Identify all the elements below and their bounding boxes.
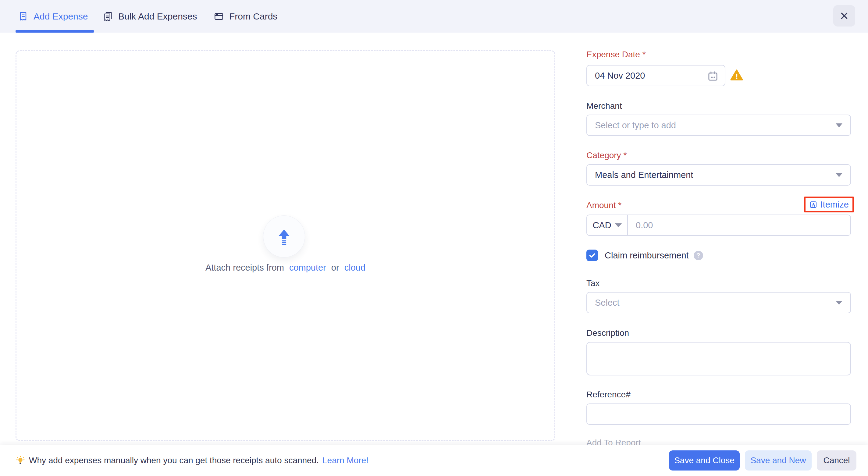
save-and-close-button[interactable]: Save and Close [669, 450, 740, 471]
attach-or: or [331, 263, 339, 273]
required-asterisk: * [643, 50, 646, 59]
amount-field-group: CAD [586, 215, 851, 236]
upload-button[interactable] [263, 216, 305, 257]
tax-select[interactable]: Select [586, 292, 851, 313]
chevron-down-icon [836, 173, 842, 177]
currency-select[interactable]: CAD [587, 215, 628, 235]
tip-text: Why add expenses manually when you can g… [29, 455, 319, 465]
category-value: Meals and Entertainment [595, 170, 693, 180]
cancel-button[interactable]: Cancel [817, 450, 857, 471]
receipt-icon [18, 11, 29, 22]
expense-date-label: Expense Date * [586, 50, 646, 59]
required-asterisk: * [623, 151, 627, 160]
merchant-placeholder: Select or type to add [595, 120, 676, 130]
reference-field [586, 404, 851, 425]
reference-input[interactable] [587, 404, 850, 424]
auto-scan-tip: Why add expenses manually when you can g… [16, 445, 369, 476]
credit-card-icon [213, 11, 224, 22]
tax-placeholder: Select [595, 298, 620, 308]
description-label: Description [586, 328, 629, 338]
claim-reimbursement-row: Claim reimbursement ? [586, 249, 703, 261]
calendar-icon[interactable] [707, 70, 719, 83]
description-textarea[interactable] [587, 343, 850, 375]
tab-label: Add Expense [33, 11, 88, 22]
learn-more-link[interactable]: Learn More! [322, 455, 369, 465]
required-asterisk: * [618, 200, 621, 210]
description-field [586, 342, 851, 375]
itemize-link-highlight: Itemize [804, 196, 854, 213]
tab-label: Bulk Add Expenses [118, 11, 197, 22]
help-icon[interactable]: ? [694, 251, 703, 260]
category-select[interactable]: Meals and Entertainment [586, 164, 851, 186]
attach-text: Attach receipts from [206, 263, 284, 273]
merchant-select[interactable]: Select or type to add [586, 115, 851, 136]
expense-date-input[interactable] [587, 65, 725, 86]
cloud-link[interactable]: cloud [344, 263, 365, 273]
chevron-down-icon [615, 223, 622, 227]
computer-link[interactable]: computer [289, 263, 326, 273]
merchant-label: Merchant [586, 101, 622, 111]
save-and-new-button[interactable]: Save and New [745, 450, 812, 471]
tab-bulk-add-expenses[interactable]: Bulk Add Expenses [102, 0, 197, 33]
itemize-link[interactable]: Itemize [820, 200, 849, 210]
claim-reimbursement-checkbox[interactable] [586, 250, 598, 261]
tab-label: From Cards [229, 11, 277, 22]
chevron-down-icon [836, 301, 842, 305]
expense-date-field[interactable] [586, 65, 725, 86]
chevron-down-icon [836, 123, 842, 127]
receipt-dropzone[interactable]: Attach receipts from computer or cloud [16, 50, 555, 441]
upload-arrow-icon [275, 228, 293, 245]
attach-instruction: Attach receipts from computer or cloud [17, 263, 554, 273]
footer-bar: Why add expenses manually when you can g… [0, 445, 868, 476]
category-label: Category * [586, 151, 627, 160]
reference-label: Reference# [586, 390, 630, 400]
amount-label: Amount * [586, 200, 621, 210]
add-expense-modal: Add Expense Bulk Add Expenses From Cards [0, 0, 868, 476]
check-icon [588, 251, 596, 259]
tab-from-cards[interactable]: From Cards [213, 0, 277, 33]
currency-value: CAD [592, 220, 611, 230]
itemize-icon[interactable] [809, 200, 817, 209]
lightbulb-icon [16, 455, 25, 465]
receipts-stack-icon [102, 11, 113, 22]
amount-input[interactable] [628, 215, 850, 235]
claim-reimbursement-label: Claim reimbursement [605, 251, 689, 260]
tax-label: Tax [586, 279, 600, 288]
expense-form-panel: Expense Date * Merchant Select or type t… [586, 0, 851, 476]
warning-icon [730, 69, 744, 82]
tab-add-expense[interactable]: Add Expense [18, 0, 88, 33]
